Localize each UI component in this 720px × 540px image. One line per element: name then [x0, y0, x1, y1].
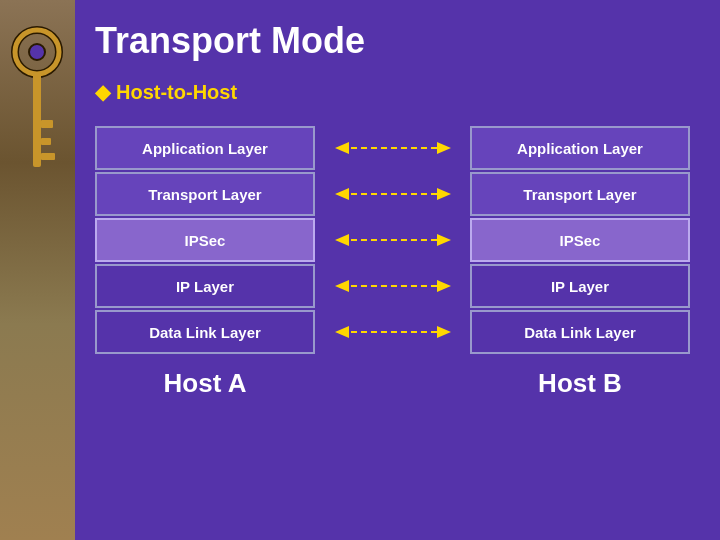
host-a-transport-layer: Transport Layer: [95, 172, 315, 216]
host-b-transport-layer: Transport Layer: [470, 172, 690, 216]
host-a-label: Host A: [164, 368, 247, 399]
ip-arrow: [333, 274, 453, 298]
host-b-column: Application Layer Transport Layer IPSec …: [470, 126, 690, 399]
datalink-arrow-row: [328, 310, 458, 354]
diagram: Application Layer Transport Layer IPSec …: [95, 126, 690, 399]
svg-marker-8: [437, 142, 451, 154]
transport-arrow: [333, 182, 453, 206]
host-a-ip-layer: IP Layer: [95, 264, 315, 308]
svg-marker-9: [335, 142, 349, 154]
svg-marker-14: [437, 234, 451, 246]
key-icon: [10, 20, 65, 200]
svg-marker-15: [335, 234, 349, 246]
host-b-datalink-layer: Data Link Layer: [470, 310, 690, 354]
main-content: Transport Mode ◆Host-to-Host Application…: [75, 0, 720, 540]
svg-marker-18: [335, 280, 349, 292]
svg-marker-20: [437, 326, 451, 338]
svg-rect-3: [33, 72, 41, 167]
host-a-app-layer: Application Layer: [95, 126, 315, 170]
ipsec-arrow-row: [328, 218, 458, 262]
datalink-arrow: [333, 320, 453, 344]
svg-marker-17: [437, 280, 451, 292]
app-arrow-row: [328, 126, 458, 170]
bullet-icon: ◆: [95, 81, 110, 103]
ip-arrow-row: [328, 264, 458, 308]
ipsec-arrow: [333, 228, 453, 252]
host-b-ipsec-layer: IPSec: [470, 218, 690, 262]
svg-marker-12: [335, 188, 349, 200]
host-b-ip-layer: IP Layer: [470, 264, 690, 308]
arrows-column: [328, 126, 458, 356]
host-a-datalink-layer: Data Link Layer: [95, 310, 315, 354]
host-b-label: Host B: [538, 368, 622, 399]
svg-marker-11: [437, 188, 451, 200]
transport-arrow-row: [328, 172, 458, 216]
app-arrow: [333, 136, 453, 160]
svg-rect-6: [41, 153, 55, 160]
svg-rect-5: [41, 138, 51, 145]
subtitle: ◆Host-to-Host: [95, 80, 690, 104]
svg-marker-21: [335, 326, 349, 338]
host-b-app-layer: Application Layer: [470, 126, 690, 170]
host-a-column: Application Layer Transport Layer IPSec …: [95, 126, 315, 399]
svg-point-2: [29, 44, 45, 60]
svg-rect-4: [41, 120, 53, 128]
page-title: Transport Mode: [95, 20, 690, 62]
sidebar: [0, 0, 75, 540]
host-a-ipsec-layer: IPSec: [95, 218, 315, 262]
